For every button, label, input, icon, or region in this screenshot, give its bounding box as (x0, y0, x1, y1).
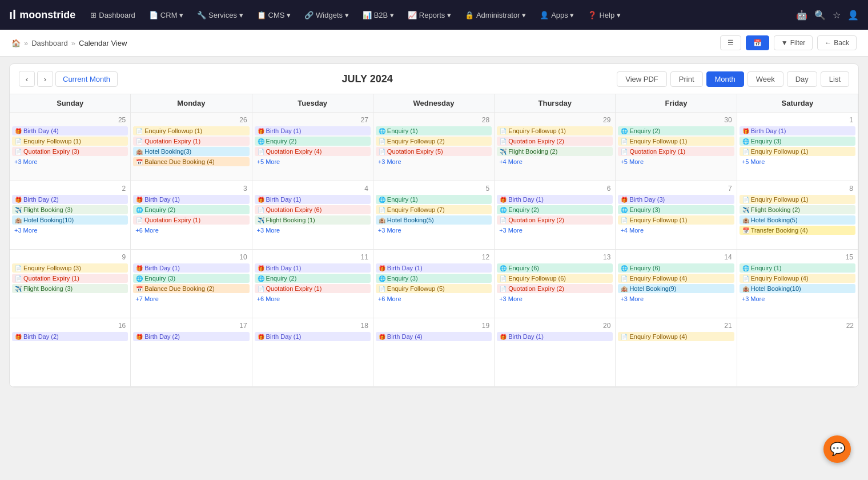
event-pill[interactable]: 📄Quotation Expiry (1) (618, 147, 734, 156)
event-pill[interactable]: ✈️Flight Booking (2) (497, 147, 613, 156)
more-events-link[interactable]: +6 More (255, 294, 371, 303)
next-month-button[interactable]: › (37, 71, 53, 87)
event-pill[interactable]: 📄Enquiry Followup (4) (618, 274, 734, 283)
calendar-view-button[interactable]: 📅 (746, 35, 769, 50)
home-icon[interactable]: 🏠 (11, 39, 21, 47)
event-pill[interactable]: ✈️Flight Booking (2) (740, 205, 855, 214)
event-pill[interactable]: 🎁Birth Day (1) (497, 332, 613, 341)
calendar-cell[interactable]: 20🎁Birth Day (1) (495, 318, 616, 387)
calendar-cell[interactable]: 10🎁Birth Day (1)🌐Enquiry (3)📅Balance Due… (131, 250, 252, 318)
calendar-cell[interactable]: 1🎁Birth Day (1)🌐Enquiry (3)📄Enquiry Foll… (737, 113, 858, 181)
event-pill[interactable]: 🎁Birth Day (1) (497, 195, 613, 204)
event-pill[interactable]: 📄Quotation Expiry (1) (133, 215, 249, 225)
more-events-link[interactable]: +4 More (618, 226, 734, 235)
calendar-cell[interactable]: 21📄Enquiry Followup (4) (616, 318, 737, 387)
event-pill[interactable]: 📄Enquiry Followup (1) (618, 215, 734, 225)
event-pill[interactable]: ✈️Flight Booking (3) (12, 284, 128, 293)
nav-help[interactable]: ❓ Help ▾ (582, 7, 626, 23)
event-pill[interactable]: 📄Enquiry Followup (5) (376, 284, 492, 293)
calendar-cell[interactable]: 22 (737, 318, 858, 387)
event-pill[interactable]: 📄Quotation Expiry (3) (12, 147, 128, 156)
nav-cms[interactable]: 📋 CMS ▾ (251, 7, 297, 23)
event-pill[interactable]: 📄Quotation Expiry (1) (133, 137, 249, 146)
event-pill[interactable]: 🌐Enquiry (1) (376, 126, 492, 135)
event-pill[interactable]: 📄Enquiry Followup (1) (12, 137, 128, 146)
event-pill[interactable]: 🏨Hotel Booking(10) (740, 284, 855, 293)
more-events-link[interactable]: +6 More (376, 294, 492, 303)
event-pill[interactable]: 🌐Enquiry (3) (618, 205, 734, 214)
event-pill[interactable]: 📄Enquiry Followup (7) (376, 205, 492, 214)
calendar-cell[interactable]: 12🎁Birth Day (1)🌐Enquiry (3)📄Enquiry Fol… (373, 250, 495, 318)
event-pill[interactable]: 🌐Enquiry (1) (740, 263, 855, 273)
back-button[interactable]: ← Back (817, 35, 857, 50)
event-pill[interactable]: 📄Quotation Expiry (4) (255, 147, 371, 156)
calendar-cell[interactable]: 9📄Enquiry Followup (3)📄Quotation Expiry … (10, 250, 131, 318)
calendar-cell[interactable]: 14🌐Enquiry (6)📄Enquiry Followup (4)🏨Hote… (616, 250, 737, 318)
calendar-cell[interactable]: 8📄Enquiry Followup (1)✈️Flight Booking (… (737, 181, 858, 250)
nav-crm[interactable]: 📄 CRM ▾ (143, 7, 189, 23)
calendar-cell[interactable]: 17🎁Birth Day (2) (131, 318, 252, 387)
calendar-cell[interactable]: 19🎁Birth Day (4) (373, 318, 495, 387)
event-pill[interactable]: 📄Enquiry Followup (1) (618, 137, 734, 146)
event-pill[interactable]: 🎁Birth Day (2) (12, 332, 128, 341)
event-pill[interactable]: 🌐Enquiry (2) (618, 126, 734, 135)
week-view-button[interactable]: Week (748, 71, 783, 87)
more-events-link[interactable]: +3 More (12, 157, 128, 166)
event-pill[interactable]: 🏨Hotel Booking(5) (376, 215, 492, 225)
print-button[interactable]: Print (670, 71, 703, 87)
event-pill[interactable]: 🎁Birth Day (1) (376, 263, 492, 273)
more-events-link[interactable]: +3 More (497, 226, 613, 235)
nav-b2b[interactable]: 📊 B2B ▾ (357, 7, 400, 23)
calendar-cell[interactable]: 25🎁Birth Day (4)📄Enquiry Followup (1)📄Qu… (10, 113, 131, 181)
event-pill[interactable]: 📄Quotation Expiry (2) (497, 137, 613, 146)
calendar-cell[interactable]: 6🎁Birth Day (1)🌐Enquiry (2)📄Quotation Ex… (495, 181, 616, 250)
event-pill[interactable]: 📅Balance Due Booking (4) (133, 157, 249, 166)
event-pill[interactable]: 🎁Birth Day (2) (133, 332, 249, 341)
event-pill[interactable]: 📄Quotation Expiry (2) (497, 215, 613, 225)
event-pill[interactable]: 🌐Enquiry (3) (740, 137, 855, 146)
event-pill[interactable]: 📄Quotation Expiry (6) (255, 205, 371, 214)
nav-apps[interactable]: 👤 Apps ▾ (534, 7, 580, 23)
day-view-button[interactable]: Day (787, 71, 817, 87)
event-pill[interactable]: 🏨Hotel Booking(10) (12, 215, 128, 225)
nav-services[interactable]: 🔧 Services ▾ (191, 7, 248, 23)
event-pill[interactable]: 📄Enquiry Followup (1) (740, 147, 855, 156)
more-events-link[interactable]: +5 More (740, 157, 855, 166)
ai-icon[interactable]: 🤖 (796, 10, 807, 21)
calendar-cell[interactable]: 11🎁Birth Day (1)🌐Enquiry (2)📄Quotation E… (252, 250, 373, 318)
more-events-link[interactable]: +6 More (133, 226, 249, 235)
event-pill[interactable]: ✈️Flight Booking (3) (12, 205, 128, 214)
calendar-cell[interactable]: 3🎁Birth Day (1)🌐Enquiry (2)📄Quotation Ex… (131, 181, 252, 250)
more-events-link[interactable]: +3 More (497, 294, 613, 303)
nav-dashboard[interactable]: ⊞ Dashboard (85, 7, 141, 23)
event-pill[interactable]: 📄Enquiry Followup (1) (740, 195, 855, 204)
event-pill[interactable]: 🌐Enquiry (2) (255, 274, 371, 283)
calendar-cell[interactable]: 26📄Enquiry Followup (1)📄Quotation Expiry… (131, 113, 252, 181)
user-icon[interactable]: 👤 (847, 10, 859, 21)
event-pill[interactable]: 📄Quotation Expiry (1) (255, 284, 371, 293)
more-events-link[interactable]: +3 More (12, 226, 128, 235)
more-events-link[interactable]: +3 More (618, 294, 734, 303)
event-pill[interactable]: 📄Quotation Expiry (5) (376, 147, 492, 156)
event-pill[interactable]: 📄Enquiry Followup (1) (133, 126, 249, 135)
nav-widgets[interactable]: 🔗 Widgets ▾ (299, 7, 355, 23)
more-events-link[interactable]: +3 More (376, 157, 492, 166)
event-pill[interactable]: 📄Enquiry Followup (1) (497, 126, 613, 135)
nav-administrator[interactable]: 🔒 Administrator ▾ (459, 7, 532, 23)
calendar-cell[interactable]: 27🎁Birth Day (1)🌐Enquiry (2)📄Quotation E… (252, 113, 373, 181)
brand-logo[interactable]: ıl moonstride (9, 7, 75, 22)
calendar-cell[interactable]: 4🎁Birth Day (1)📄Quotation Expiry (6)✈️Fl… (252, 181, 373, 250)
search-icon[interactable]: 🔍 (814, 10, 826, 21)
more-events-link[interactable]: +5 More (618, 157, 734, 166)
event-pill[interactable]: 📄Enquiry Followup (2) (376, 137, 492, 146)
calendar-cell[interactable]: 18🎁Birth Day (1) (252, 318, 373, 387)
event-pill[interactable]: 📅Transfer Booking (4) (740, 226, 855, 235)
event-pill[interactable]: 🎁Birth Day (4) (12, 126, 128, 135)
event-pill[interactable]: 🌐Enquiry (1) (376, 195, 492, 204)
current-month-button[interactable]: Current Month (55, 71, 118, 87)
event-pill[interactable]: 🌐Enquiry (2) (497, 205, 613, 214)
more-events-link[interactable]: +3 More (376, 226, 492, 235)
calendar-cell[interactable]: 2🎁Birth Day (2)✈️Flight Booking (3)🏨Hote… (10, 181, 131, 250)
prev-month-button[interactable]: ‹ (19, 71, 35, 87)
more-events-link[interactable]: +4 More (497, 157, 613, 166)
